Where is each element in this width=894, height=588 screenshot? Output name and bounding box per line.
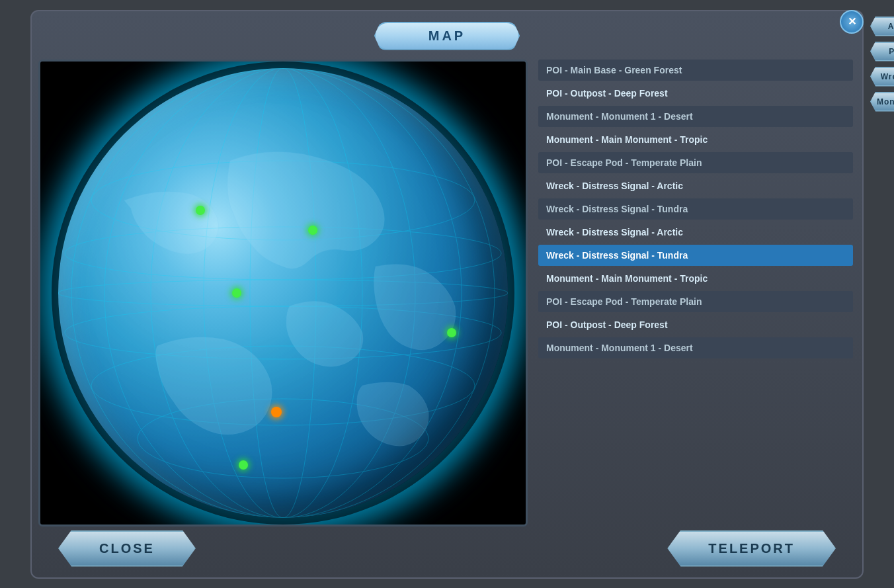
svg-point-0: [250, 68, 316, 518]
modal-container: ✕ MAP: [30, 10, 864, 579]
list-item[interactable]: Wreck - Distress Signal - Tundra: [538, 245, 853, 266]
svg-point-1: [204, 68, 362, 518]
teleport-button[interactable]: TELEPORT: [667, 530, 836, 567]
close-button[interactable]: CLOSE: [58, 530, 196, 567]
list-item[interactable]: Wreck - Distress Signal - Arctic: [538, 222, 853, 243]
list-item[interactable]: POI - Outpost - Deep Forest: [538, 83, 853, 104]
filter-button-all[interactable]: ALL: [870, 17, 894, 36]
list-item[interactable]: POI - Outpost - Deep Forest: [538, 314, 853, 335]
filter-button-monuments[interactable]: Monuments: [870, 92, 894, 112]
list-item[interactable]: Monument - Monument 1 - Desert: [538, 337, 853, 358]
list-item[interactable]: POI - Main Base - Green Forest: [538, 60, 853, 81]
list-item[interactable]: POI - Escape Pod - Temperate Plain: [538, 291, 853, 312]
list-panel: POI - Main Base - Green ForestPOI - Outp…: [538, 60, 856, 526]
globe-container: [58, 68, 508, 518]
map-marker[interactable]: [384, 517, 393, 518]
close-x-button[interactable]: ✕: [840, 10, 864, 34]
list-item[interactable]: Wreck - Distress Signal - Arctic: [538, 175, 853, 196]
modal-title: MAP: [428, 28, 466, 43]
content-area: POI - Main Base - Green ForestPOI - Outp…: [38, 60, 856, 526]
list-item[interactable]: POI - Escape Pod - Temperate Plain: [538, 152, 853, 173]
filter-button-wrecks[interactable]: Wrecks: [870, 67, 894, 87]
close-x-icon: ✕: [848, 15, 856, 28]
title-shape: MAP: [374, 22, 520, 50]
globe-sphere: [58, 68, 508, 518]
poi-list[interactable]: POI - Main Base - Green ForestPOI - Outp…: [538, 60, 856, 526]
list-item[interactable]: Monument - Main Monument - Tropic: [538, 268, 853, 289]
bottom-bar: CLOSE TELEPORT: [32, 523, 862, 571]
list-item[interactable]: Monument - Monument 1 - Desert: [538, 106, 853, 127]
title-bar: MAP: [38, 22, 856, 50]
filter-buttons-column: ALLPOIWrecksMonuments: [870, 17, 894, 112]
list-item[interactable]: Wreck - Distress Signal - Tundra: [538, 198, 853, 220]
list-item[interactable]: Monument - Main Monument - Tropic: [538, 129, 853, 150]
globe-section: [38, 60, 528, 526]
map-modal: ✕ MAP: [30, 10, 864, 579]
filter-button-poi[interactable]: POI: [870, 42, 894, 62]
